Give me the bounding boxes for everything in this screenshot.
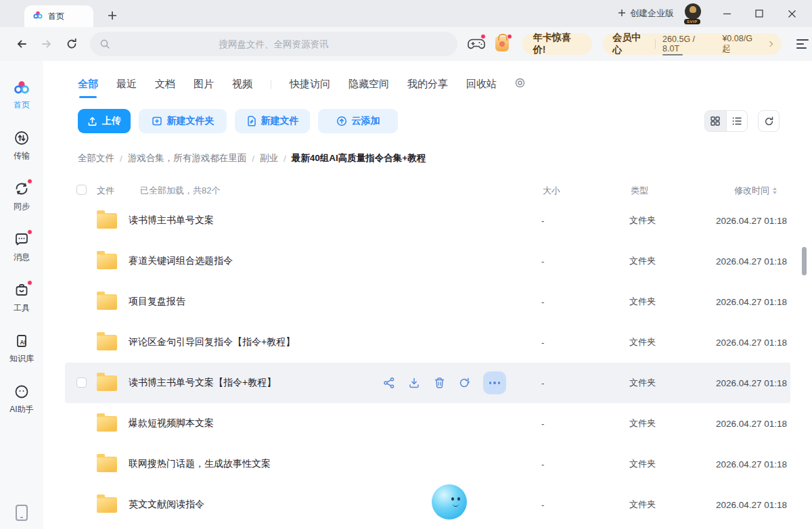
message-icon — [13, 231, 30, 248]
new-file-button[interactable]: 新建文件 — [235, 109, 310, 133]
tab-hidden-space[interactable]: 隐藏空间 — [348, 78, 389, 91]
scrollbar[interactable] — [802, 247, 807, 275]
more-actions-button[interactable] — [483, 371, 506, 394]
file-size: - — [541, 459, 544, 469]
member-center[interactable]: 会员中心 260.5G / 8.0T ¥0.08/G起 — [603, 33, 782, 55]
tab-my-shares[interactable]: 我的分享 — [407, 78, 448, 91]
storage-usage[interactable]: 260.5G / 8.0T — [662, 34, 711, 53]
file-type: 文件夹 — [629, 499, 656, 511]
file-name[interactable]: 读书博主书单号文案 — [129, 214, 214, 227]
sidebar-item-home[interactable]: 首页 — [0, 78, 43, 111]
minimize-button[interactable] — [713, 4, 740, 23]
breadcrumb-root[interactable]: 全部文件 — [78, 152, 114, 164]
maximize-button[interactable] — [746, 4, 773, 23]
main-menu-button[interactable] — [794, 34, 812, 53]
file-name[interactable]: 项目复盘报告 — [129, 296, 185, 308]
file-name[interactable]: 英文文献阅读指令 — [129, 499, 204, 511]
divider — [655, 39, 656, 49]
file-row[interactable]: 评论区金句引导回复指令【指令+教程】 - 文件夹 2026.04.27 01:1… — [65, 322, 790, 363]
tab-images[interactable]: 图片 — [194, 78, 214, 91]
transfer-icon — [13, 129, 30, 147]
upgrade-price[interactable]: ¥0.08/G起 — [722, 34, 759, 55]
svg-text:AI: AI — [20, 339, 26, 346]
file-name[interactable]: 赛道关键词组合选题指令 — [129, 255, 233, 267]
file-size: - — [541, 216, 544, 226]
notification-dot — [507, 34, 512, 39]
reload-button[interactable] — [64, 35, 81, 53]
select-all-checkbox[interactable] — [76, 185, 87, 195]
mobile-app-icon[interactable] — [16, 505, 28, 521]
list-header: 文件 已全部加载，共82个 大小 类型 修改时间 — [65, 180, 790, 200]
file-row[interactable]: 读书博主书单号文案 - 文件夹 2026.04.27 01:18 — [65, 200, 790, 241]
divider — [271, 80, 271, 89]
new-folder-icon — [152, 116, 162, 127]
search-icon — [99, 39, 110, 49]
folder-icon — [97, 213, 117, 229]
file-name[interactable]: 爆款短视频脚本文案 — [129, 417, 214, 430]
list-view-button[interactable] — [726, 111, 747, 131]
delete-button[interactable] — [433, 377, 445, 389]
file-time: 2026.04.27 01:18 — [716, 256, 787, 267]
upload-button[interactable]: 上传 — [78, 109, 131, 133]
vip-badge: SVIP — [684, 19, 700, 24]
tab-documents[interactable]: 文档 — [155, 78, 175, 91]
ai-assistant-icon — [13, 383, 30, 400]
file-row[interactable]: 项目复盘报告 - 文件夹 2026.04.27 01:18 — [65, 281, 790, 322]
shop-button[interactable] — [493, 34, 512, 53]
file-name[interactable]: 读书博主书单号文案【指令+教程】 — [129, 377, 276, 389]
user-avatar[interactable]: SVIP — [685, 3, 702, 24]
file-type: 文件夹 — [629, 377, 656, 389]
refresh-icon — [764, 116, 774, 127]
list-icon — [732, 116, 742, 126]
file-row[interactable]: 爆款短视频脚本文案 - 文件夹 2026.04.27 01:18 — [65, 403, 790, 444]
row-checkbox[interactable] — [76, 377, 87, 388]
search-input[interactable] — [90, 32, 458, 56]
tab-quick-access[interactable]: 快捷访问 — [290, 78, 330, 91]
breadcrumb-item[interactable]: 副业 — [260, 152, 278, 164]
share-button[interactable] — [383, 377, 395, 389]
ai-assistant-bubble[interactable] — [432, 484, 467, 520]
tab-title: 首页 — [48, 11, 64, 22]
sidebar-item-tools[interactable]: 工具 — [0, 281, 43, 314]
breadcrumb-item[interactable]: 游戏合集，所有游戏都在里面 — [128, 152, 247, 164]
app-tab-home[interactable]: 首页 — [24, 5, 93, 27]
column-time-sort[interactable]: 修改时间 — [734, 185, 777, 197]
tab-recent[interactable]: 最近 — [116, 78, 137, 91]
forward-button[interactable] — [39, 35, 55, 53]
file-time: 2026.04.27 01:18 — [716, 459, 787, 469]
games-button[interactable] — [467, 34, 485, 53]
back-button[interactable] — [14, 35, 30, 53]
promo-banner[interactable]: 年卡惊喜价! — [522, 33, 592, 55]
search-bar[interactable] — [90, 32, 458, 56]
tab-settings-icon[interactable] — [515, 78, 525, 91]
download-button[interactable] — [408, 377, 420, 389]
folder-icon — [97, 416, 117, 432]
folder-icon — [97, 294, 117, 310]
collect-button[interactable] — [458, 377, 470, 389]
toolbox-icon — [13, 281, 30, 299]
tab-recycle-bin[interactable]: 回收站 — [466, 78, 497, 91]
file-name[interactable]: 联网搜热门话题，生成故事性文案 — [129, 458, 271, 470]
action-buttons: 上传 新建文件夹 新建文件 云添加 — [78, 109, 812, 133]
sidebar-item-messages[interactable]: 消息 — [0, 231, 43, 263]
sidebar-item-sync[interactable]: 同步 — [0, 180, 43, 212]
sidebar-item-knowledge[interactable]: AI 知识库 — [0, 332, 43, 365]
file-row-hovered[interactable]: 读书博主书单号文案【指令+教程】 — [65, 363, 790, 403]
plus-icon — [618, 9, 626, 19]
sidebar-item-transfer[interactable]: 传输 — [0, 129, 43, 162]
close-button[interactable] — [778, 4, 805, 23]
grid-view-button[interactable] — [705, 111, 726, 131]
badge-dot — [27, 280, 32, 285]
create-enterprise-button[interactable]: 创建企业版 — [618, 7, 679, 20]
refresh-list-button[interactable] — [758, 110, 780, 132]
download-icon — [408, 377, 420, 389]
new-tab-button[interactable] — [104, 7, 121, 24]
sidebar-item-ai-assistant[interactable]: AI助手 — [0, 383, 43, 415]
tab-all[interactable]: 全部 — [78, 78, 98, 91]
tab-videos[interactable]: 视频 — [232, 78, 252, 91]
file-name[interactable]: 评论区金句引导回复指令【指令+教程】 — [129, 336, 295, 348]
new-folder-button[interactable]: 新建文件夹 — [139, 109, 227, 133]
file-row[interactable]: 赛道关键词组合选题指令 - 文件夹 2026.04.27 01:18 — [65, 241, 790, 281]
member-center-label[interactable]: 会员中心 — [612, 32, 648, 56]
cloud-add-button[interactable]: 云添加 — [318, 109, 398, 133]
